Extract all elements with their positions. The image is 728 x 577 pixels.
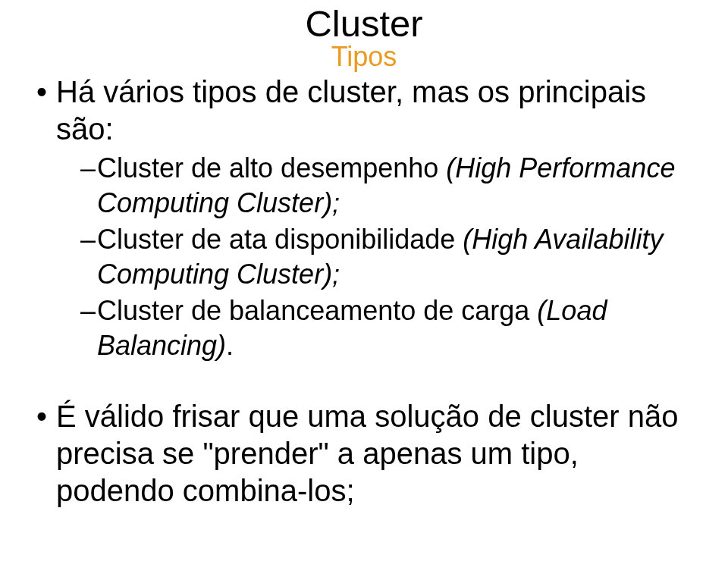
slide: Cluster Tipos Há vários tipos de cluster…: [0, 0, 728, 577]
slide-title: Cluster: [197, 5, 531, 43]
bullet-conclusion: É válido frisar que uma solução de clust…: [36, 398, 692, 509]
slide-subtitle: Tipos: [197, 42, 531, 72]
bullet-intro: Há vários tipos de cluster, mas os princ…: [36, 74, 692, 148]
sub-bullet-item: Cluster de alto desempenho (High Perform…: [80, 151, 692, 221]
sub-bullet-text: Cluster de balanceamento de carga: [97, 295, 537, 326]
title-block: Cluster Tipos: [36, 5, 692, 72]
sub-bullet-list: Cluster de alto desempenho (High Perform…: [36, 151, 692, 363]
sub-bullet-item: Cluster de balanceamento de carga (Load …: [80, 293, 692, 363]
sub-bullet-suffix: .: [226, 330, 234, 361]
sub-bullet-text: Cluster de ata disponibilidade: [97, 224, 463, 255]
sub-bullet-item: Cluster de ata disponibilidade (High Ava…: [80, 222, 692, 292]
sub-bullet-text: Cluster de alto desempenho: [97, 152, 446, 183]
content-area: Há vários tipos de cluster, mas os princ…: [36, 74, 692, 509]
